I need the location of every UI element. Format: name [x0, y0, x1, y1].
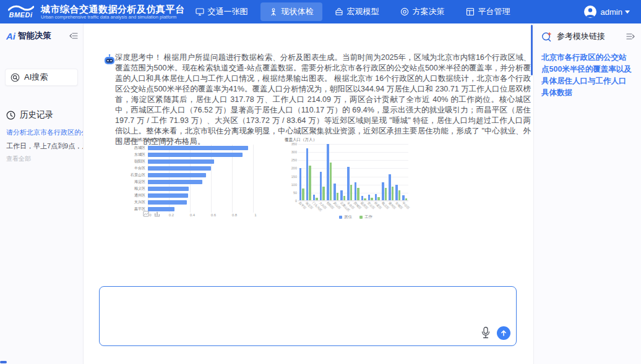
chart2-bar-group [340, 144, 346, 200]
app-subtitle: Urban comprehensive traffic data analysi… [41, 14, 185, 20]
chart1-bar-row: 西城区 [127, 145, 279, 151]
chart2-bar-group [374, 144, 381, 200]
clock-icon [6, 111, 15, 120]
bmedi-logo-icon: BMEDi [6, 3, 35, 20]
chart2-bar-group [346, 144, 353, 200]
chart2-bar-group [395, 144, 402, 200]
history-title: 历史记录 [20, 109, 53, 121]
reference-collapse-icon[interactable] [626, 33, 635, 40]
save-image-icon[interactable] [143, 211, 149, 217]
ai-search-button[interactable]: AI搜索 [5, 69, 78, 86]
chart2-bar-group [367, 144, 374, 200]
microphone-button[interactable] [480, 326, 491, 339]
chart2-bar-group [333, 144, 340, 200]
main-content: 深度思考中！ 根据用户所提问题进行数据检索、分析及图表生成。当前时间为2025年… [84, 23, 531, 364]
plan-decision-icon [400, 7, 409, 16]
vertical-scrollbar-thumb[interactable] [531, 25, 533, 75]
nav-item-现状体检[interactable]: 现状体检 [260, 2, 322, 21]
sidebar-collapse-icon[interactable] [69, 32, 78, 40]
user-name: admin [601, 7, 622, 17]
chart2-bar-group [319, 144, 325, 200]
view-all-link[interactable]: 查看全部 [0, 153, 83, 165]
chart2-bar-group [388, 144, 395, 200]
arrow-up-icon [500, 329, 507, 337]
reference-search-icon [541, 32, 552, 42]
chart1-bar-row: 丰台区 [127, 165, 279, 172]
user-avatar-icon [584, 6, 596, 18]
history-list: 请分析北京市各行政区的公交站点...工作日，早上7点到9点，从天通苑... [0, 125, 83, 153]
ai-logo: Ai [6, 31, 15, 41]
chart1-bar-row: 朝阳区 [127, 158, 279, 165]
chart1-bar-row: 通州区 [127, 192, 279, 199]
chat-input[interactable] [106, 292, 478, 341]
traffic-map-icon [196, 7, 204, 16]
chart2-bar-group [326, 144, 333, 200]
user-menu[interactable]: admin [584, 6, 641, 18]
nav-item-平台管理[interactable]: 平台管理 [457, 2, 519, 21]
chart2-bar-group [298, 144, 305, 200]
platform-manage-icon [466, 7, 475, 16]
left-sidebar: Ai 智能决策 AI搜索 历史记录 请分析北京市各行政区的公交站点...工作日，… [0, 23, 84, 364]
ai-message-text: 深度思考中！ 根据用户所提问题进行数据检索、分析及图表生成。当前时间为2025年… [115, 53, 531, 147]
chart1-bar-row: 大兴区 [127, 199, 279, 206]
status-survey-icon [269, 7, 278, 16]
coverage-rate-bar-chart: 轨道站点500米半径覆盖率 西城区东城区朝阳区丰台区石景山区海淀区顺义区通州区大… [127, 137, 279, 219]
chart2-bar-group [381, 144, 388, 200]
chart2-bar-group [305, 144, 312, 200]
chart1-bar-row: 东城区 [127, 151, 279, 158]
chart1-x-axis: 00.20.40.60.81 [150, 213, 256, 218]
macro-model-icon [335, 7, 343, 16]
sidebar-title: 智能决策 [18, 30, 51, 41]
legend-item[interactable]: 居住 [339, 214, 352, 220]
chart2-bar-group [402, 144, 408, 200]
chart1-title: 轨道站点500米半径覆盖率 [127, 137, 279, 143]
reference-panel-title: 参考模块链接 [557, 31, 605, 42]
population-grouped-bar-chart: 覆盖人口（万人） 050100150200250300350 昌平区海淀区门头沟… [285, 137, 415, 221]
chart1-bar-row: 海淀区 [127, 179, 279, 185]
chevron-down-icon [625, 11, 630, 14]
nav-item-方案决策[interactable]: 方案决策 [392, 2, 454, 21]
reference-link[interactable]: 北京市各行政区的公交站点500米半径的覆盖率以及具体居住人口与工作人口具体数据 [534, 47, 641, 99]
chart-toolbar [143, 211, 160, 217]
legend-item[interactable]: 工作 [359, 214, 372, 220]
reference-links: 北京市各行政区的公交站点500米半径的覆盖率以及具体居住人口与工作人口具体数据 [534, 47, 641, 99]
ai-robot-avatar-icon [103, 54, 116, 66]
chart-type-icon[interactable] [154, 211, 160, 217]
top-navbar: BMEDi 城市综合交通数据分析及仿真平台 Urban comprehensiv… [0, 0, 641, 23]
horizontal-scrollbar-thumb[interactable] [0, 361, 7, 363]
chart2-bar-group [360, 144, 367, 200]
brand-logo: BMEDi 城市综合交通数据分析及仿真平台 Urban comprehensiv… [0, 3, 185, 20]
nav-item-宏观模型[interactable]: 宏观模型 [326, 2, 388, 21]
nav-item-交通一张图[interactable]: 交通一张图 [187, 2, 257, 21]
search-icon [11, 73, 20, 82]
chart2-bar-group [312, 144, 319, 200]
chart1-bar-row: 石景山区 [127, 172, 279, 179]
main-nav-menu: 交通一张图现状体检宏观模型方案决策平台管理 [187, 2, 519, 21]
history-item[interactable]: 请分析北京市各行政区的公交站点... [0, 125, 83, 139]
ai-search-label: AI搜索 [24, 72, 48, 83]
avatar [584, 6, 596, 18]
chat-composer [99, 286, 517, 346]
history-item[interactable]: 工作日，早上7点到9点，从天通苑... [0, 139, 83, 153]
send-button[interactable] [497, 326, 510, 340]
reference-panel: 参考模块链接 北京市各行政区的公交站点500米半径的覆盖率以及具体居住人口与工作… [533, 23, 641, 364]
chart2-title: 覆盖人口（万人） [285, 137, 415, 143]
chart2-bar-group [353, 144, 360, 200]
chart2-legend: 居住工作 [297, 214, 415, 220]
app-root: BMEDi 城市综合交通数据分析及仿真平台 Urban comprehensiv… [0, 0, 641, 364]
chart2-x-axis: 昌平区海淀区门头沟区大兴区朝阳区房山区石景山区丰台区西城区延庆区密云区怀柔区顺义… [298, 201, 408, 211]
app-title: 城市综合交通数据分析及仿真平台 [41, 4, 185, 14]
chart1-bar-row: 顺义区 [127, 185, 279, 192]
logo-text: BMEDi [9, 12, 33, 19]
